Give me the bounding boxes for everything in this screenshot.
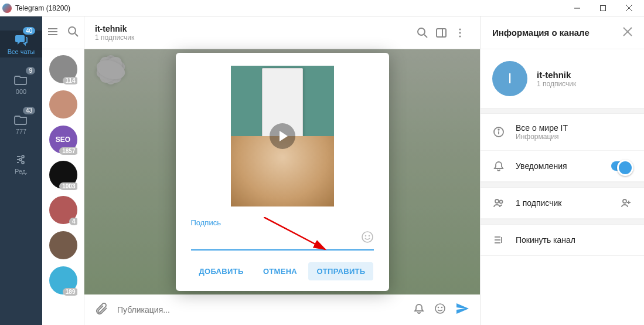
add-button[interactable]: ДОБАВИТЬ	[191, 262, 252, 280]
send-icon[interactable]	[455, 302, 469, 318]
play-icon	[270, 123, 295, 149]
send-button[interactable]: ОТПРАВИТЬ	[308, 262, 373, 280]
svg-point-30	[498, 129, 499, 130]
tab-label: 777	[0, 128, 42, 135]
svg-point-20	[365, 236, 366, 236]
info-icon	[492, 126, 505, 138]
unread-badge: 1857	[59, 147, 77, 155]
svg-point-19	[362, 232, 373, 242]
chat-list-column: 114SEO185710034189	[42, 16, 84, 325]
svg-point-12	[418, 28, 425, 35]
svg-point-31	[495, 199, 499, 203]
chat-avatar[interactable]	[49, 90, 77, 119]
search-button[interactable]	[67, 26, 79, 40]
attach-icon[interactable]	[95, 302, 108, 317]
channel-avatar[interactable]: I	[492, 61, 527, 96]
minimize-button[interactable]	[564, 0, 590, 16]
svg-point-16	[459, 28, 461, 30]
svg-point-33	[623, 199, 626, 203]
silent-icon[interactable]	[413, 303, 425, 317]
tab-label: Все чаты	[0, 48, 42, 55]
leave-channel-row[interactable]: Покинуть канал	[481, 225, 644, 256]
telegram-icon	[2, 4, 12, 13]
tab-label: 000	[0, 88, 42, 95]
panel-close-icon[interactable]	[623, 27, 632, 39]
leave-label: Покинуть канал	[516, 235, 632, 245]
panel-channel-name: it-tehnik	[537, 70, 576, 80]
notifications-label: Уведомления	[516, 161, 601, 171]
notifications-row[interactable]: Уведомления	[481, 151, 644, 182]
chat-avatar[interactable]: 1003	[49, 161, 77, 189]
tab-folder-777[interactable]: 43 777	[0, 110, 42, 137]
unread-badge: 189	[63, 288, 77, 296]
chat-avatar[interactable]: 114	[49, 55, 77, 83]
svg-point-21	[369, 236, 369, 236]
svg-point-5	[22, 161, 24, 164]
svg-line-13	[424, 35, 427, 38]
conversation-header: it-tehnik 1 подписчик	[84, 16, 480, 49]
info-sub: Информация	[516, 133, 632, 141]
send-media-overlay: Подпись ДОБАВИТЬ ОТМЕНА ОТПРАВИТЬ	[84, 49, 480, 294]
unread-badge: 114	[63, 77, 77, 84]
window-title: Telegram (18200)	[15, 4, 564, 12]
svg-point-17	[459, 32, 461, 33]
close-button[interactable]	[616, 0, 642, 16]
subscribers-row[interactable]: 1 подписчик	[481, 188, 644, 219]
panel-title: Информация о канале	[492, 28, 623, 38]
conv-search-icon[interactable]	[413, 27, 432, 39]
sidebar-toggle-icon[interactable]	[432, 27, 451, 39]
conversation-pane: it-tehnik 1 подписчик	[84, 16, 480, 325]
svg-point-4	[22, 155, 24, 158]
tab-badge: 43	[23, 107, 35, 114]
svg-point-23	[435, 304, 445, 313]
svg-point-32	[500, 201, 503, 204]
compose-bar	[84, 294, 480, 325]
svg-point-18	[459, 35, 461, 37]
svg-point-6	[19, 158, 22, 161]
chat-avatar[interactable]: SEO1857	[49, 126, 77, 154]
emoji-icon[interactable]	[361, 231, 374, 246]
notifications-toggle[interactable]	[611, 161, 632, 171]
subscribers-label: 1 подписчик	[516, 198, 609, 208]
people-icon	[492, 197, 505, 209]
chat-avatar[interactable]: 189	[49, 266, 77, 294]
tab-edit[interactable]: Ред.	[0, 150, 42, 177]
leave-icon	[492, 234, 505, 246]
folder-tabs: 40 Все чаты 9 000 43 777 Ред.	[0, 16, 42, 325]
bell-icon	[492, 160, 505, 172]
svg-point-25	[442, 307, 442, 308]
cancel-button[interactable]: ОТМЕНА	[255, 262, 305, 280]
message-input[interactable]	[117, 305, 404, 314]
window-titlebar: Telegram (18200)	[0, 0, 644, 16]
more-icon[interactable]	[451, 27, 469, 39]
svg-rect-1	[601, 5, 606, 11]
tab-badge: 9	[26, 67, 35, 75]
tab-folder-000[interactable]: 9 000	[0, 70, 42, 97]
svg-point-24	[438, 307, 439, 308]
tab-badge: 40	[23, 27, 35, 35]
chat-avatar[interactable]: 4	[49, 196, 77, 224]
unread-badge: 1003	[59, 182, 77, 190]
tab-all-chats[interactable]: 40 Все чаты	[0, 31, 42, 57]
send-media-modal: Подпись ДОБАВИТЬ ОТМЕНА ОТПРАВИТЬ	[176, 53, 389, 291]
channel-name: it-tehnik	[95, 24, 413, 33]
svg-point-10	[69, 27, 76, 34]
caption-input[interactable]	[191, 233, 361, 243]
maximize-button[interactable]	[590, 0, 616, 16]
conversation-body: Подпись ДОБАВИТЬ ОТМЕНА ОТПРАВИТЬ	[84, 49, 480, 294]
menu-button[interactable]	[47, 26, 59, 40]
panel-channel-sub: 1 подписчик	[537, 80, 576, 88]
caption-label: Подпись	[191, 218, 374, 227]
emoji-icon[interactable]	[434, 303, 446, 317]
tab-label: Ред.	[0, 168, 42, 175]
add-subscriber-icon[interactable]	[619, 197, 632, 209]
svg-rect-14	[437, 29, 446, 37]
channel-info-panel: Информация о канале I it-tehnik 1 подпис…	[480, 16, 644, 325]
chat-avatar[interactable]	[49, 231, 77, 259]
unread-badge: 4	[69, 218, 77, 225]
info-row[interactable]: Все о мире IT Информация	[481, 114, 644, 151]
info-title: Все о мире IT	[516, 123, 632, 133]
svg-line-11	[75, 33, 78, 36]
channel-sub: 1 подписчик	[95, 33, 413, 42]
media-preview[interactable]	[231, 66, 334, 206]
